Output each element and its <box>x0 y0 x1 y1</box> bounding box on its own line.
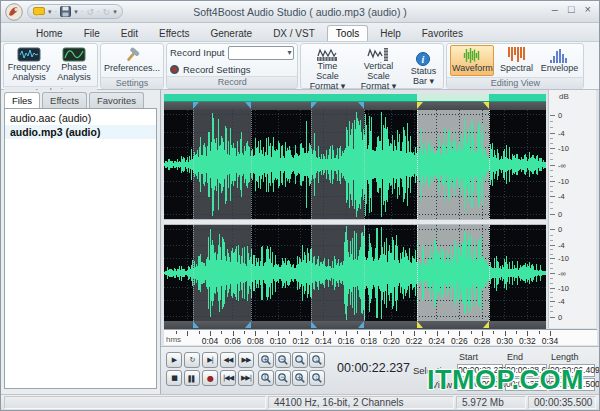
db-label: -10 <box>558 144 569 153</box>
zoom-default-button[interactable] <box>292 352 308 368</box>
comments-dropdown-icon[interactable]: ▾ <box>48 8 52 16</box>
minimize-button[interactable]: – <box>552 3 558 15</box>
redo-icon[interactable]: ↻ <box>103 7 111 17</box>
menu-tab-tools[interactable]: Tools <box>327 25 368 41</box>
magnifier-icon: : <box>311 354 323 366</box>
record-settings-button[interactable]: Record Settings <box>170 64 251 75</box>
menu-tab-dx-vst[interactable]: DX / VST <box>264 25 324 41</box>
envelope-view-button[interactable]: Envelope <box>538 45 580 76</box>
marker-line <box>311 110 312 219</box>
phase-analysis-button[interactable]: Phase Analysis <box>54 45 94 85</box>
menu-tab-favorites[interactable]: Favorites <box>413 25 472 41</box>
record-icon: ● <box>207 374 213 383</box>
go-to-end-button[interactable]: ▶▶| <box>238 370 254 386</box>
region-start-marker-icon[interactable] <box>193 102 199 109</box>
ruler-tick <box>176 331 177 334</box>
zoom-out-button[interactable]: − <box>275 352 291 368</box>
loop-button[interactable]: ↻ <box>184 352 200 368</box>
menu-tab-generate[interactable]: Generate <box>201 25 261 41</box>
menu-tab-help[interactable]: Help <box>371 25 410 41</box>
record-input-dropdown[interactable]: ▾ <box>228 46 294 60</box>
region-end-marker-icon[interactable] <box>245 321 251 328</box>
zoom-out-full-button[interactable]: − <box>275 370 291 386</box>
save-icon[interactable] <box>60 6 71 17</box>
db-label: -4 <box>558 241 565 250</box>
zoom-ratio-2-button[interactable]: : <box>309 370 325 386</box>
db-minor-tick <box>550 249 553 250</box>
pause-button[interactable]: ▌▌ <box>184 370 200 386</box>
info-icon: i <box>415 51 431 67</box>
top-marker-strip[interactable] <box>164 102 546 110</box>
region-end-marker-icon[interactable] <box>358 321 364 328</box>
time-scale-icon <box>315 47 339 62</box>
chevron-down-icon: ▾ <box>287 48 291 57</box>
db-tick <box>550 301 555 302</box>
ruler-label: 0:14 <box>312 336 334 346</box>
selection-end-marker-icon[interactable] <box>483 102 489 109</box>
panel-tab-favorites[interactable]: Favorites <box>89 92 144 108</box>
marker-line <box>251 225 252 321</box>
play-button[interactable]: ▶ <box>166 352 182 368</box>
ruler-label: 0:28 <box>471 336 493 346</box>
file-list[interactable]: audio.aac (audio)audio.mp3 (audio) <box>4 108 157 389</box>
magnifier-icon <box>294 354 306 366</box>
region-start-marker-icon[interactable] <box>193 321 199 328</box>
go-to-start-button[interactable]: |◀◀ <box>220 370 236 386</box>
panel-tab-effects[interactable]: Effects <box>42 92 87 108</box>
waveform-editor[interactable]: hms0:040:060:080:100:120:140:160:180:200… <box>161 90 599 346</box>
ruler-tick <box>244 331 245 334</box>
frequency-analysis-button[interactable]: Frequency Analysis <box>7 45 51 85</box>
menu-tab-home[interactable]: Home <box>27 25 72 41</box>
save-dropdown-icon[interactable]: ▾ <box>74 8 78 16</box>
fast-forward-button[interactable]: ▶▶ <box>238 352 254 368</box>
comments-icon[interactable] <box>33 7 45 17</box>
waveform-view-button[interactable]: Waveform <box>450 45 494 76</box>
db-minor-tick <box>550 176 553 177</box>
maximize-button[interactable]: □ <box>568 3 575 15</box>
time-scale-format-button[interactable]: Time Scale Format ▾ <box>304 45 350 94</box>
status-bar-button[interactable]: i Status Bar ▾ <box>406 49 440 89</box>
spectral-view-button[interactable]: Spectral <box>497 45 535 76</box>
region-end-marker-icon[interactable] <box>245 102 251 109</box>
ruler-tick <box>425 331 426 334</box>
menu-tab-file[interactable]: File <box>75 25 109 41</box>
db-minor-tick <box>550 292 553 293</box>
menu-tab-edit[interactable]: Edit <box>112 25 147 41</box>
marker-line <box>251 110 252 219</box>
record-button[interactable]: ● <box>202 370 218 386</box>
zoom-ratio-button[interactable]: : <box>309 352 325 368</box>
selection-start-marker-icon[interactable] <box>417 102 423 109</box>
cue-bar[interactable] <box>164 94 546 102</box>
zoom-selection-button[interactable]: [ <box>258 370 274 386</box>
vertical-scale-format-button[interactable]: Vertical Scale Format ▾ <box>353 45 403 94</box>
stop-button[interactable]: ■ <box>166 370 182 386</box>
bottom-marker-strip[interactable] <box>164 321 546 329</box>
zoom-in-button[interactable]: + <box>258 352 274 368</box>
close-button[interactable]: × <box>585 3 591 15</box>
undo-icon[interactable]: ↺ <box>86 7 94 17</box>
app-icon[interactable] <box>5 3 23 21</box>
frequency-analysis-icon <box>17 47 41 63</box>
time-ruler-unit: hms <box>166 335 181 344</box>
region-start-marker-icon[interactable] <box>311 102 317 109</box>
region-start-marker-icon[interactable] <box>311 321 317 328</box>
menu-tab-effects[interactable]: Effects <box>150 25 198 41</box>
rewind-button[interactable]: ◀◀ <box>220 352 236 368</box>
selection-end-marker-icon[interactable] <box>483 321 489 328</box>
preferences-button[interactable]: Preferences... <box>104 45 160 76</box>
db-label: -4 <box>558 129 565 138</box>
db-tick <box>550 181 555 182</box>
selection-start-marker-icon[interactable] <box>417 321 423 328</box>
file-list-item[interactable]: audio.aac (audio) <box>5 111 156 125</box>
time-ruler[interactable]: hms0:040:060:080:100:120:140:160:180:200… <box>164 329 597 345</box>
play-to-cursor-button[interactable]: ▶| <box>202 352 218 368</box>
qat-customize-icon[interactable]: ▾ <box>113 8 117 16</box>
channel-1-waveform[interactable] <box>164 110 546 219</box>
file-list-item[interactable]: audio.mp3 (audio) <box>5 125 156 139</box>
status-format: 44100 Hz, 16-bit, 2 Channels <box>268 396 454 409</box>
channel-2-waveform[interactable] <box>164 225 546 321</box>
status-empty-cell <box>4 396 266 409</box>
zoom-window-button[interactable]: + <box>292 370 308 386</box>
panel-tab-files[interactable]: Files <box>4 92 40 108</box>
region-end-marker-icon[interactable] <box>358 102 364 109</box>
